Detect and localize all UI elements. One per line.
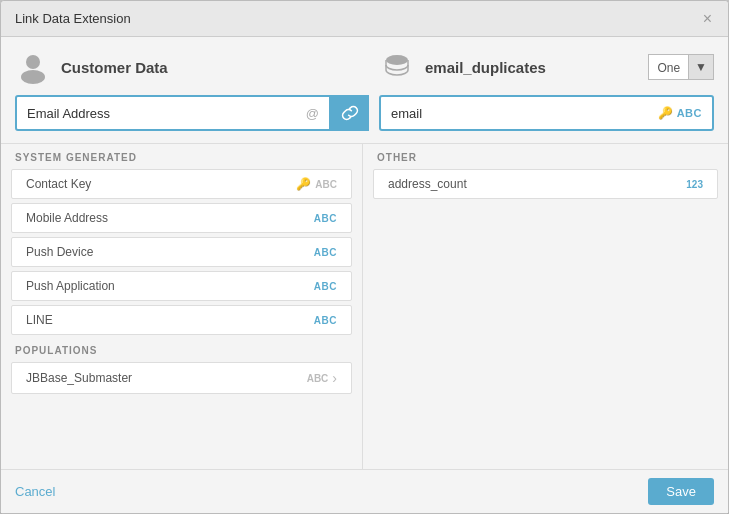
database-icon (379, 49, 415, 85)
modal-header: Link Data Extension × (1, 1, 728, 37)
list-item: Mobile Address ABC (11, 203, 352, 233)
key-icon: 🔑 (658, 106, 673, 120)
list-item: LINE ABC (11, 305, 352, 335)
field-name: JBBase_Submaster (26, 371, 132, 385)
one-dropdown-value: One (648, 54, 688, 80)
right-panel: email_duplicates One ▼ email 🔑 ABC (379, 49, 714, 131)
field-type-badge: ABC (314, 315, 337, 326)
left-field-label: Email Address (27, 106, 110, 121)
svg-point-1 (21, 70, 45, 84)
right-field-icons: 🔑 ABC (658, 106, 702, 120)
cancel-button[interactable]: Cancel (15, 484, 55, 499)
list-item[interactable]: JBBase_Submaster ABC › (11, 362, 352, 394)
svg-point-0 (26, 55, 40, 69)
field-name: Push Device (26, 245, 93, 259)
field-type-badge: ABC (314, 213, 337, 224)
field-type-badge: ABC (307, 373, 329, 384)
right-field-label: email (391, 106, 422, 121)
key-icon: 🔑 (296, 177, 311, 191)
field-icons: ABC (314, 315, 337, 326)
right-field-box: email 🔑 ABC (379, 95, 714, 131)
field-type-badge: ABC (314, 281, 337, 292)
left-columns: SYSTEM GENERATED Contact Key 🔑 ABC Mobil… (1, 144, 363, 469)
field-name: LINE (26, 313, 53, 327)
modal-footer: Cancel Save (1, 469, 728, 513)
top-section: Customer Data Email Address @ (1, 37, 728, 144)
link-icon (341, 104, 359, 122)
field-name: Push Application (26, 279, 115, 293)
modal-body: Customer Data Email Address @ (1, 37, 728, 469)
field-icons: ABC (314, 281, 337, 292)
left-panel: Customer Data Email Address @ (15, 49, 369, 131)
right-panel-header: email_duplicates One ▼ (379, 49, 714, 85)
left-panel-header: Customer Data (15, 49, 369, 85)
list-item: address_count 123 (373, 169, 718, 199)
field-icons: ABC › (307, 370, 337, 386)
right-field-type: ABC (677, 107, 702, 119)
list-item: Push Application ABC (11, 271, 352, 301)
field-icons: ABC (314, 213, 337, 224)
at-icon: @ (306, 106, 319, 121)
save-button[interactable]: Save (648, 478, 714, 505)
field-name: Mobile Address (26, 211, 108, 225)
field-icons: 🔑 ABC (296, 177, 337, 191)
field-name: address_count (388, 177, 467, 191)
other-label: OTHER (363, 144, 728, 167)
right-panel-name: email_duplicates (425, 59, 546, 76)
left-linked-row: Email Address @ (15, 95, 369, 131)
columns-section: SYSTEM GENERATED Contact Key 🔑 ABC Mobil… (1, 144, 728, 469)
system-generated-label: SYSTEM GENERATED (1, 144, 362, 167)
left-panel-name: Customer Data (61, 59, 168, 76)
left-field-box: Email Address @ (15, 95, 331, 131)
link-data-extension-modal: Link Data Extension × Customer Data (0, 0, 729, 514)
one-dropdown[interactable]: One ▼ (648, 54, 714, 80)
svg-point-2 (386, 55, 408, 65)
field-type-badge: ABC (315, 179, 337, 190)
populations-label: POPULATIONS (1, 337, 362, 360)
person-icon (15, 49, 51, 85)
modal-title: Link Data Extension (15, 11, 131, 26)
list-item: Contact Key 🔑 ABC (11, 169, 352, 199)
list-item: Push Device ABC (11, 237, 352, 267)
right-columns: OTHER address_count 123 (363, 144, 728, 469)
field-type-badge: 123 (686, 179, 703, 190)
field-icons: ABC (314, 247, 337, 258)
dropdown-arrow-icon[interactable]: ▼ (688, 54, 714, 80)
field-name: Contact Key (26, 177, 91, 191)
link-button[interactable] (331, 95, 369, 131)
chevron-right-icon: › (332, 370, 337, 386)
field-type-badge: ABC (314, 247, 337, 258)
close-button[interactable]: × (701, 11, 714, 27)
